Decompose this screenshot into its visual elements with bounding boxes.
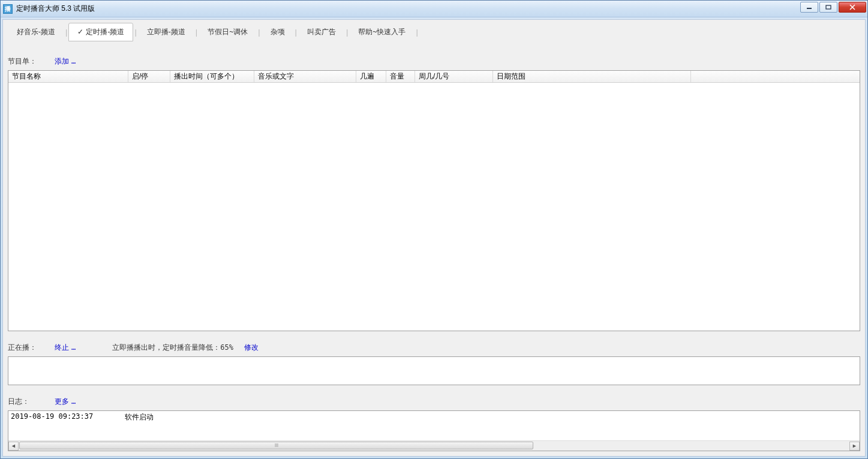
table-body[interactable] — [8, 83, 860, 331]
more-icon[interactable]: … — [71, 397, 76, 406]
stop-link[interactable]: 终止 — [55, 343, 69, 353]
log-message: 软件启动 — [125, 412, 154, 422]
close-button[interactable] — [839, 2, 866, 13]
tab-separator: | — [65, 28, 67, 37]
tab-separator: | — [295, 28, 297, 37]
scroll-track[interactable] — [19, 442, 849, 451]
volume-info: 立即播播出时，定时播音量降低：65% — [112, 343, 233, 353]
log-timestamp: 2019-08-19 09:23:37 — [11, 412, 125, 422]
tab-separator: | — [134, 28, 136, 37]
tab-separator: | — [196, 28, 197, 37]
program-table: 节目名称 启/停 播出时间（可多个） 音乐或文字 几遍 音量 周几/几号 日期范… — [8, 70, 860, 331]
tab-label: 定时播-频道 — [86, 27, 124, 37]
main-window: 播 定时播音大师 5.3 试用版 好音乐-频道 | ✓ 定时播-频道 | — [0, 0, 868, 459]
tab-immediate-play[interactable]: 立即播-频道 — [138, 23, 194, 41]
scroll-left-button[interactable]: ◄ — [8, 442, 19, 451]
table-header: 节目名称 启/停 播出时间（可多个） 音乐或文字 几遍 音量 周几/几号 日期范… — [8, 71, 860, 83]
log-entry: 2019-08-19 09:23:37 软件启动 — [11, 412, 857, 422]
now-playing-box[interactable] — [8, 356, 860, 385]
tab-holiday[interactable]: 节假日~调休 — [199, 23, 257, 41]
program-list-label: 节目单： — [8, 56, 41, 67]
col-volume[interactable]: 音量 — [386, 71, 415, 82]
col-weekday[interactable]: 周几/几号 — [415, 71, 493, 82]
tab-bar: 好音乐-频道 | ✓ 定时播-频道 | 立即播-频道 | 节假日~调休 | 杂项… — [8, 23, 860, 40]
scroll-right-button[interactable]: ► — [849, 442, 860, 451]
tab-separator: | — [346, 28, 348, 37]
maximize-button[interactable] — [819, 2, 837, 13]
col-program-name[interactable]: 节目名称 — [8, 71, 128, 82]
now-playing-header: 正在播： 终止 … 立即播播出时，定时播音量降低：65% 修改 — [8, 341, 860, 354]
grip-icon — [275, 443, 278, 447]
titlebar[interactable]: 播 定时播音大师 5.3 试用版 — [1, 1, 867, 17]
stop-more-icon[interactable]: … — [71, 343, 76, 352]
add-more-icon[interactable]: … — [71, 57, 76, 65]
tab-separator: | — [258, 28, 260, 37]
check-icon: ✓ — [77, 28, 83, 36]
modify-link[interactable]: 修改 — [244, 343, 259, 353]
tab-label: 叫卖广告 — [307, 27, 336, 37]
col-date-range[interactable]: 日期范围 — [493, 71, 691, 82]
col-music-text[interactable]: 音乐或文字 — [254, 71, 356, 82]
more-link[interactable]: 更多 — [55, 397, 69, 407]
window-controls — [800, 2, 866, 13]
program-list-header: 节目单： 添加 … — [8, 55, 860, 68]
scroll-thumb[interactable] — [19, 442, 533, 449]
close-icon — [849, 4, 856, 10]
tab-music-channel[interactable]: 好音乐-频道 — [8, 23, 64, 41]
app-icon: 播 — [3, 4, 13, 14]
maximize-icon — [825, 5, 831, 10]
tab-label: 杂项 — [271, 27, 285, 37]
svg-rect-1 — [826, 5, 831, 9]
col-times[interactable]: 几遍 — [356, 71, 386, 82]
tab-label: 帮助~快速入手 — [358, 27, 406, 37]
log-label: 日志： — [8, 397, 41, 407]
col-start-stop[interactable]: 启/停 — [128, 71, 170, 82]
content-area: 好音乐-频道 | ✓ 定时播-频道 | 立即播-频道 | 节假日~调休 | 杂项… — [2, 19, 866, 457]
tab-help[interactable]: 帮助~快速入手 — [349, 23, 415, 41]
col-play-time[interactable]: 播出时间（可多个） — [170, 71, 254, 82]
log-body[interactable]: 2019-08-19 09:23:37 软件启动 — [8, 411, 860, 440]
tab-label: 节假日~调休 — [208, 27, 248, 37]
log-box: 2019-08-19 09:23:37 软件启动 ◄ ► — [8, 410, 860, 451]
tab-label: 立即播-频道 — [147, 27, 185, 37]
tab-misc[interactable]: 杂项 — [262, 23, 294, 41]
log-header: 日志： 更多 … — [8, 395, 860, 408]
add-link[interactable]: 添加 — [55, 56, 69, 67]
horizontal-scrollbar[interactable]: ◄ ► — [8, 440, 860, 451]
col-spacer — [691, 71, 860, 82]
minimize-icon — [806, 5, 812, 10]
minimize-button[interactable] — [800, 2, 818, 13]
tab-label: 好音乐-频道 — [17, 27, 55, 37]
tab-separator: | — [416, 28, 418, 37]
tab-advertisement[interactable]: 叫卖广告 — [298, 23, 345, 41]
window-title: 定时播音大师 5.3 试用版 — [16, 4, 95, 14]
tab-scheduled-play[interactable]: ✓ 定时播-频道 — [68, 23, 133, 41]
now-playing-label: 正在播： — [8, 343, 41, 353]
